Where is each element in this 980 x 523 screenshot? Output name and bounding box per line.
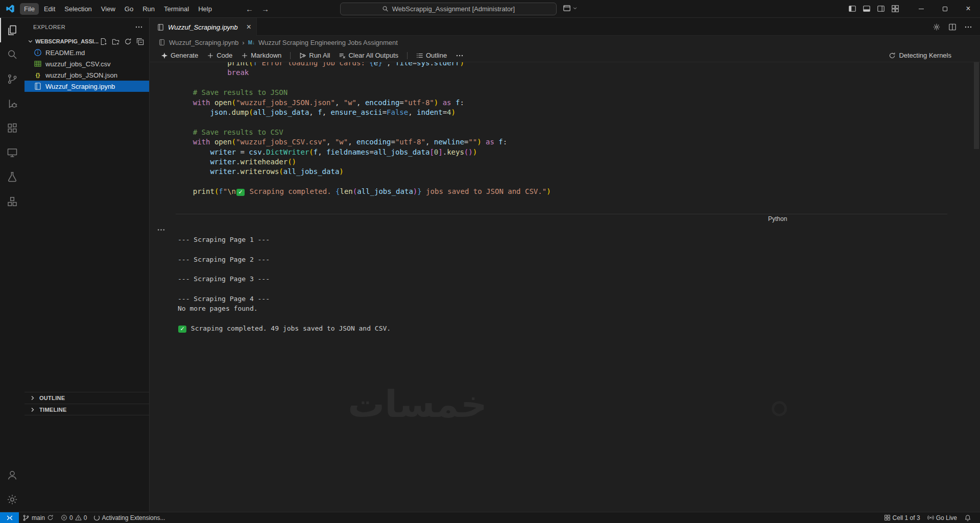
menu-go[interactable]: Go (121, 3, 137, 15)
code-line[interactable]: break (176, 68, 947, 78)
go-live-button[interactable]: Go Live (924, 514, 961, 521)
code-line[interactable] (176, 197, 947, 207)
status-bar: main 0 0 Activating Extensions... Cell 1… (0, 512, 980, 523)
cell-status-bar: Python (176, 214, 947, 223)
outline-pane-header[interactable]: OUTLINE (25, 392, 149, 404)
scrollbar-thumb[interactable] (974, 62, 979, 149)
run-all-button[interactable]: Run All (299, 52, 330, 59)
code-line[interactable]: with open("wuzzuf_jobs_CSV.csv", "w", en… (176, 137, 947, 147)
close-button[interactable]: × (957, 0, 980, 17)
grid-icon (884, 514, 891, 521)
code-line[interactable]: # Save results to CSV (176, 128, 947, 137)
breadcrumb-separator: › (242, 39, 244, 46)
menu-terminal[interactable]: Terminal (160, 3, 193, 15)
settings-gear-icon[interactable] (0, 487, 25, 512)
toggle-sidebar-left-icon[interactable] (848, 5, 856, 13)
kernel-picker-button[interactable]: Detecting Kernels (889, 52, 951, 59)
timeline-pane-header[interactable]: TIMELINE (25, 404, 149, 415)
extensions-icon[interactable] (0, 116, 25, 140)
code-line[interactable]: # Save results to JSON (176, 88, 947, 97)
notifications-bell-icon[interactable] (961, 514, 975, 521)
minimize-button[interactable] (910, 0, 933, 17)
menu-run[interactable]: Run (138, 3, 159, 15)
menu-file[interactable]: File (20, 3, 39, 15)
code-line[interactable] (176, 78, 947, 88)
toolbar-more-icon[interactable] (456, 52, 464, 60)
out-line: --- Scraping Page 3 --- (178, 274, 947, 284)
account-icon[interactable] (0, 463, 25, 487)
remote-explorer-icon[interactable] (0, 140, 25, 165)
search-sidebar-icon[interactable] (0, 42, 25, 67)
kernel-refresh-icon (889, 52, 896, 59)
menu-help[interactable]: Help (194, 3, 216, 15)
timeline-label: TIMELINE (39, 407, 67, 413)
code-line[interactable]: with open("wuzzuf_jobs_JSON.json", "w", … (176, 98, 947, 108)
file-row-csv[interactable]: wuzzuf_jobs_CSV.csv (25, 58, 149, 69)
run-debug-icon[interactable] (0, 91, 25, 116)
testing-icon[interactable] (0, 165, 25, 189)
code-line[interactable]: print(f"\n✓ Scraping completed. {len(all… (176, 187, 947, 196)
explorer-icon[interactable] (0, 18, 25, 42)
cell-output: --- Scraping Page 1 --- --- Scraping Pag… (178, 235, 947, 333)
notebook-icon (157, 23, 164, 31)
cell-language-picker[interactable]: Python (768, 215, 787, 222)
code-line[interactable]: print(f"Error loading job cards: {e}", f… (176, 62, 947, 68)
new-file-icon[interactable] (100, 38, 107, 45)
menu-selection[interactable]: Selection (60, 3, 95, 15)
more-actions-icon[interactable] (964, 23, 972, 31)
out-line: --- Scraping Page 1 --- (178, 235, 947, 244)
out-line: No more pages found. (178, 304, 947, 313)
refresh-icon[interactable] (124, 38, 132, 45)
chevron-down-icon (27, 37, 34, 45)
code-lines: print(f"Error loading job cards: {e}", f… (176, 62, 947, 207)
maximize-button[interactable] (933, 0, 957, 17)
code-line[interactable]: writer.writeheader() (176, 157, 947, 167)
generate-button[interactable]: Generate (161, 52, 198, 59)
run-all-icon (299, 52, 306, 59)
add-code-cell-button[interactable]: Code (207, 52, 232, 59)
editor-settings-icon[interactable] (933, 23, 941, 31)
tab-close-icon[interactable]: × (247, 23, 251, 31)
file-row-readme[interactable]: README.md (25, 47, 149, 58)
notebook-body: print(f"Error loading job cards: {e}", f… (150, 62, 980, 512)
explorer-more-actions-icon[interactable] (135, 23, 143, 31)
code-line[interactable] (176, 117, 947, 127)
outline-button[interactable]: Outline (416, 52, 447, 59)
collapse-all-icon[interactable] (136, 38, 144, 45)
split-editor-icon[interactable] (948, 23, 957, 31)
menu-edit[interactable]: Edit (40, 3, 59, 15)
back-arrow-icon[interactable]: ← (246, 5, 253, 13)
vscode-logo-icon (6, 4, 15, 13)
menu-view[interactable]: View (97, 3, 119, 15)
code-line[interactable]: writer.writerows(all_jobs_data) (176, 167, 947, 177)
source-control-icon[interactable] (0, 67, 25, 91)
project-root-folder[interactable]: WEBSCRAPPIG_ASSI... (25, 36, 149, 47)
problems-button[interactable]: 0 0 (57, 512, 90, 523)
toggle-panel-icon[interactable] (863, 5, 871, 13)
code-cell-editor[interactable]: print(f"Error loading job cards: {e}", f… (176, 62, 947, 214)
remote-indicator[interactable] (0, 512, 19, 523)
cell-position-indicator[interactable]: Cell 1 of 3 (880, 514, 924, 521)
activating-extensions-status[interactable]: Activating Extensions... (90, 512, 169, 523)
code-line[interactable] (176, 177, 947, 187)
file-row-ipynb[interactable]: Wuzzuf_Scraping.ipynb (25, 81, 149, 92)
remote-window-button[interactable] (563, 4, 578, 12)
packages-icon[interactable] (0, 189, 25, 214)
breadcrumb-file[interactable]: Wuzzuf_Scraping.ipynb (169, 39, 238, 46)
add-markdown-cell-button[interactable]: Markdown (241, 52, 281, 59)
clear-all-outputs-button[interactable]: Clear All Outputs (339, 52, 398, 59)
branch-button[interactable]: main (19, 512, 57, 523)
tab-wuzzuf-scraping[interactable]: Wuzzuf_Scraping.ipynb × (150, 18, 257, 36)
output-more-icon[interactable] (157, 226, 165, 234)
markdown-icon: M↓ (248, 40, 255, 45)
toggle-sidebar-right-icon[interactable] (877, 5, 885, 13)
breadcrumb-section[interactable]: Wuzzuf Scraping Engineering Jobs Assignm… (258, 39, 398, 46)
new-folder-icon[interactable] (112, 38, 119, 45)
code-line[interactable]: json.dump(all_jobs_data, f, ensure_ascii… (176, 108, 947, 117)
clear-all-icon (339, 52, 346, 59)
file-row-json[interactable]: {} wuzzuf_jobs_JSON.json (25, 69, 149, 81)
customize-layout-icon[interactable] (891, 5, 899, 13)
command-center-search[interactable]: WebScrappig_Assignment [Administrator] (340, 3, 557, 15)
code-line[interactable]: writer = csv.DictWriter(f, fieldnames=al… (176, 147, 947, 157)
forward-arrow-icon[interactable]: → (261, 5, 269, 13)
